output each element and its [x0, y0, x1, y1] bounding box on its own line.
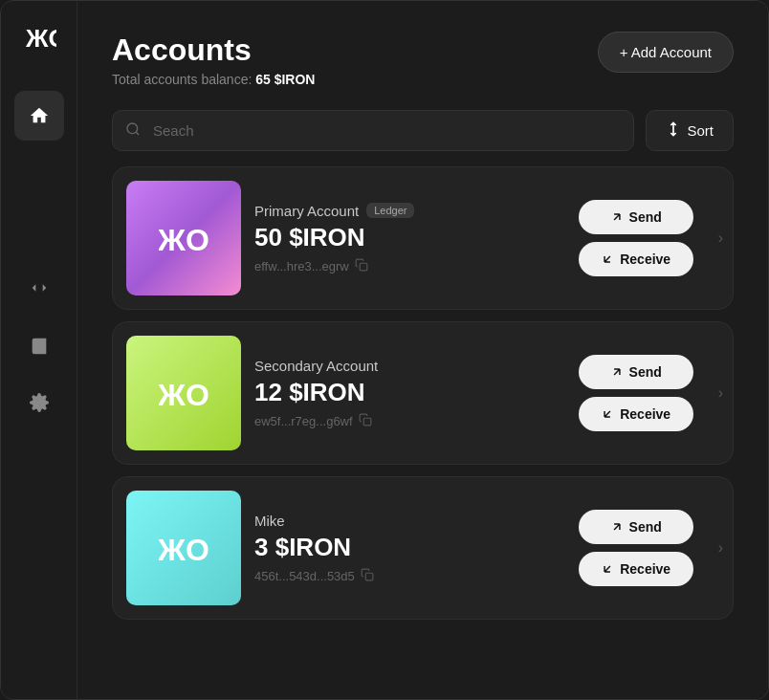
sidebar-item-receive[interactable]: [14, 206, 64, 255]
send-button-mike[interactable]: Send: [579, 510, 693, 544]
add-account-label: + Add Account: [620, 44, 712, 60]
sidebar-item-addressbook[interactable]: [14, 320, 64, 370]
total-balance-value: 65 $IRON: [255, 72, 315, 87]
account-card-primary[interactable]: ЖO Primary Account Ledger 50 $IRON effw.…: [112, 166, 734, 310]
receive-button-primary[interactable]: Receive: [579, 242, 693, 276]
svg-text:ЖO: ЖO: [159, 378, 209, 412]
ledger-badge: Ledger: [366, 203, 414, 218]
account-name-row: Primary Account Ledger: [254, 203, 563, 219]
account-actions-primary: Send Receive: [563, 186, 709, 290]
header: Accounts Total accounts balance: 65 $IRO…: [112, 32, 734, 87]
send-button-secondary[interactable]: Send: [579, 355, 693, 389]
chevron-right-icon: ›: [709, 539, 733, 557]
svg-text:ЖO: ЖO: [159, 223, 209, 257]
account-address: ew5f...r7eg...g6wf: [254, 413, 563, 429]
account-name-row: Secondary Account: [254, 358, 563, 374]
sidebar-item-settings[interactable]: [14, 378, 64, 427]
account-address: 456t...543d...53d5: [254, 568, 563, 584]
receive-button-mike[interactable]: Receive: [579, 552, 693, 586]
svg-text:ЖO: ЖO: [159, 533, 209, 567]
account-avatar-secondary: ЖO: [126, 336, 241, 450]
account-name: Primary Account: [254, 203, 359, 219]
account-balance: 50 $IRON: [254, 223, 563, 252]
chevron-right-icon: ›: [709, 384, 733, 402]
account-name: Mike: [254, 513, 285, 529]
account-avatar-mike: ЖO: [126, 491, 241, 605]
main-content: Accounts Total accounts balance: 65 $IRO…: [77, 1, 768, 699]
account-balance: 3 $IRON: [254, 533, 563, 562]
account-avatar-primary: ЖO: [126, 181, 241, 295]
account-card-secondary[interactable]: ЖO Secondary Account 12 $IRON ew5f...r7e…: [112, 321, 734, 465]
svg-rect-3: [360, 263, 367, 271]
search-input[interactable]: [112, 110, 634, 151]
copy-icon[interactable]: [359, 413, 372, 429]
account-actions-mike: Send Receive: [563, 496, 709, 600]
sort-label: Sort: [687, 122, 714, 139]
search-wrapper: [112, 110, 634, 151]
account-info-secondary: Secondary Account 12 $IRON ew5f...r7eg..…: [254, 340, 563, 447]
app-window: ЖO Accounts To: [0, 0, 769, 700]
add-account-button[interactable]: + Add Account: [598, 32, 734, 73]
account-balance: 12 $IRON: [254, 378, 563, 407]
send-button-primary[interactable]: Send: [579, 200, 693, 234]
copy-icon[interactable]: [355, 258, 368, 274]
header-left: Accounts Total accounts balance: 65 $IRO…: [112, 32, 315, 87]
account-card-mike[interactable]: ЖO Mike 3 $IRON 456t...543d...53d5: [112, 476, 734, 620]
svg-rect-7: [365, 573, 373, 580]
receive-button-secondary[interactable]: Receive: [579, 397, 693, 431]
sort-button[interactable]: Sort: [646, 110, 734, 151]
sort-icon: [666, 121, 681, 140]
total-balance-label: Total accounts balance: 65 $IRON: [112, 72, 315, 87]
account-actions-secondary: Send Receive: [563, 341, 709, 445]
sidebar: ЖO: [1, 1, 77, 699]
account-name: Secondary Account: [254, 358, 378, 374]
copy-icon[interactable]: [361, 568, 374, 584]
sidebar-item-home[interactable]: [14, 91, 64, 141]
sidebar-item-more[interactable]: [14, 435, 64, 485]
account-info-primary: Primary Account Ledger 50 $IRON effw...h…: [254, 186, 563, 292]
svg-rect-5: [363, 418, 371, 426]
sidebar-item-bridge[interactable]: [14, 263, 64, 313]
account-info-mike: Mike 3 $IRON 456t...543d...53d5: [254, 495, 563, 602]
account-address: effw...hre3...egrw: [254, 258, 563, 274]
chevron-right-icon: ›: [709, 230, 733, 247]
account-name-row: Mike: [254, 513, 563, 529]
sidebar-logo: ЖO: [22, 20, 56, 60]
search-sort-bar: Sort: [112, 110, 734, 151]
sidebar-item-send[interactable]: [14, 148, 64, 198]
svg-text:ЖO: ЖO: [25, 24, 56, 53]
accounts-list: ЖO Primary Account Ledger 50 $IRON effw.…: [112, 166, 734, 620]
page-title: Accounts: [112, 32, 315, 68]
